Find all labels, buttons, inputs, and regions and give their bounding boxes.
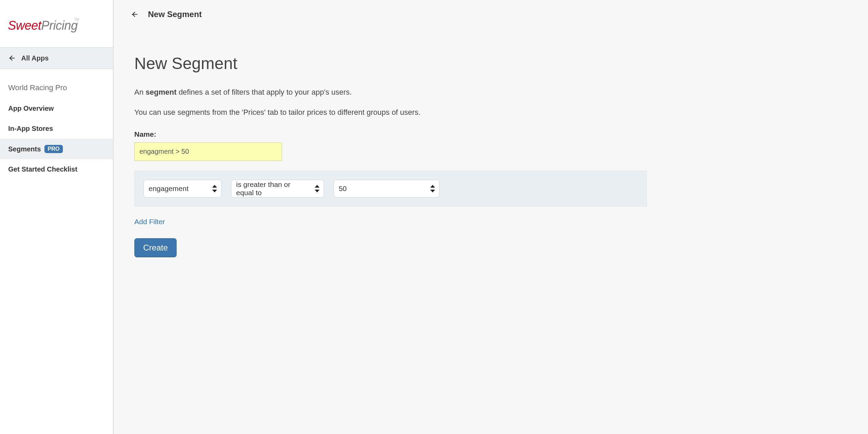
add-filter-link[interactable]: Add Filter bbox=[134, 218, 165, 226]
sidebar-item-label: Get Started Checklist bbox=[8, 165, 77, 173]
topbar-title: New Segment bbox=[148, 10, 202, 19]
sidebar-nav: App Overview In-App Stores Segments PRO … bbox=[0, 95, 113, 179]
desc1-bold: segment bbox=[146, 88, 176, 96]
filter-row: engagement is greater than or equal to 5… bbox=[134, 171, 647, 207]
sidebar-item-get-started-checklist[interactable]: Get Started Checklist bbox=[0, 159, 113, 179]
filter-field-value: engagement bbox=[149, 185, 189, 193]
trademark-label: TM bbox=[74, 18, 79, 22]
all-apps-link[interactable]: All Apps bbox=[0, 48, 113, 69]
page-title: New Segment bbox=[134, 54, 647, 73]
segment-name-input[interactable] bbox=[134, 143, 282, 161]
all-apps-label: All Apps bbox=[21, 54, 49, 62]
sidebar: SweetPricing TM All Apps World Racing Pr… bbox=[0, 0, 114, 434]
main-panel: New Segment New Segment An segment defin… bbox=[114, 0, 868, 434]
sidebar-item-app-overview[interactable]: App Overview bbox=[0, 98, 113, 119]
back-button[interactable] bbox=[130, 10, 138, 18]
sidebar-item-label: In-App Stores bbox=[8, 125, 53, 133]
pro-badge: PRO bbox=[44, 145, 63, 153]
desc1-pre: An bbox=[134, 88, 146, 96]
filter-value-select[interactable]: 50 bbox=[334, 180, 439, 198]
sort-icon bbox=[212, 185, 217, 192]
brand-logo: SweetPricing TM bbox=[0, 0, 113, 48]
brand-word-sweet: Sweet bbox=[8, 18, 41, 32]
topbar: New Segment bbox=[114, 0, 868, 21]
filter-operator-select[interactable]: is greater than or equal to bbox=[231, 180, 324, 198]
content: New Segment An segment defines a set of … bbox=[114, 21, 667, 271]
brand-word-pricing: Pricing bbox=[41, 18, 78, 32]
description-line-2: You can use segments from the 'Prices' t… bbox=[134, 107, 647, 118]
create-button[interactable]: Create bbox=[134, 238, 177, 257]
sidebar-item-in-app-stores[interactable]: In-App Stores bbox=[0, 119, 113, 139]
arrow-left-icon bbox=[8, 54, 16, 62]
filter-value-value: 50 bbox=[339, 185, 347, 193]
sidebar-item-segments[interactable]: Segments PRO bbox=[0, 139, 113, 159]
sort-icon bbox=[315, 185, 320, 192]
sidebar-item-label: Segments bbox=[8, 145, 41, 153]
sort-icon bbox=[430, 185, 435, 192]
app-name: World Racing Pro bbox=[0, 69, 113, 95]
filter-operator-value: is greater than or equal to bbox=[236, 180, 309, 197]
description-line-1: An segment defines a set of filters that… bbox=[134, 87, 647, 98]
desc1-post: defines a set of filters that apply to y… bbox=[177, 88, 352, 96]
sidebar-item-label: App Overview bbox=[8, 105, 54, 112]
name-label: Name: bbox=[134, 130, 647, 138]
filter-field-select[interactable]: engagement bbox=[144, 180, 221, 198]
